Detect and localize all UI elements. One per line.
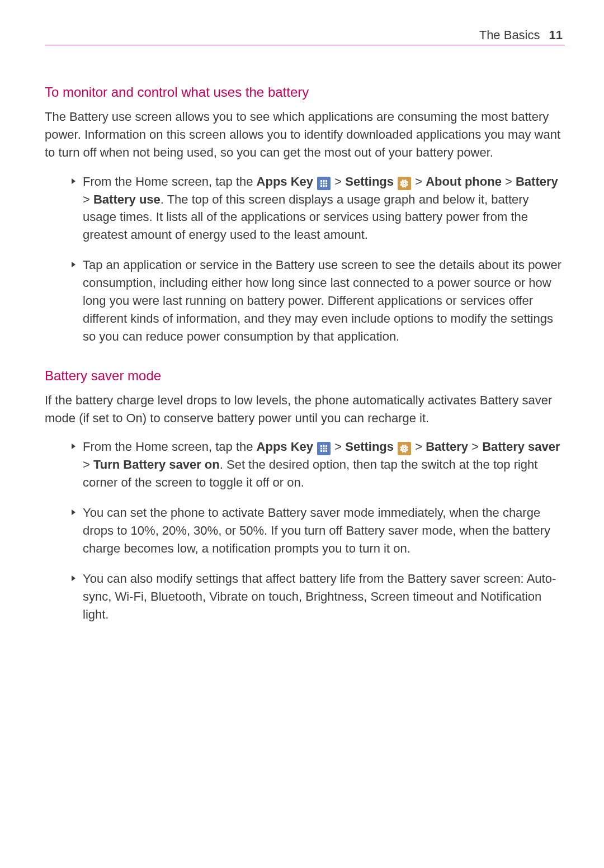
svg-rect-10 xyxy=(323,445,325,447)
svg-rect-11 xyxy=(325,445,327,447)
text-fragment: > xyxy=(468,440,482,454)
bullet-list: From the Home screen, tap the Apps Key >… xyxy=(45,438,565,623)
svg-rect-14 xyxy=(325,448,327,450)
svg-rect-7 xyxy=(323,185,325,187)
header-title: The Basics xyxy=(479,28,540,43)
svg-rect-8 xyxy=(325,185,327,187)
svg-rect-12 xyxy=(320,448,322,450)
bold-label: Settings xyxy=(345,174,397,188)
text-fragment: > xyxy=(83,192,93,206)
bold-label: Battery saver xyxy=(482,440,560,454)
svg-rect-5 xyxy=(325,182,327,184)
svg-rect-13 xyxy=(323,448,325,450)
bold-label: Apps Key xyxy=(257,174,317,188)
svg-rect-0 xyxy=(320,180,322,182)
bold-label: Settings xyxy=(345,440,397,454)
apps-key-icon xyxy=(317,177,331,190)
text-fragment: You can also modify settings that affect… xyxy=(83,572,556,621)
text-fragment: From the Home screen, tap the xyxy=(83,174,257,188)
section-heading: Battery saver mode xyxy=(45,368,565,384)
document-page: The Basics 11 To monitor and control wha… xyxy=(0,0,604,868)
bold-label: Battery xyxy=(516,174,558,188)
list-item: From the Home screen, tap the Apps Key >… xyxy=(72,173,565,244)
section-heading: To monitor and control what uses the bat… xyxy=(45,84,565,100)
bullet-list: From the Home screen, tap the Apps Key >… xyxy=(45,173,565,346)
text-fragment: > xyxy=(331,174,345,188)
text-fragment: > xyxy=(412,174,426,188)
list-item: You can set the phone to activate Batter… xyxy=(72,504,565,558)
apps-key-icon xyxy=(317,442,331,455)
svg-rect-3 xyxy=(320,182,322,184)
svg-rect-4 xyxy=(323,182,325,184)
settings-gear-icon xyxy=(398,177,411,190)
svg-rect-15 xyxy=(320,450,322,452)
header: The Basics 11 xyxy=(45,28,565,45)
bold-label: Battery xyxy=(426,440,468,454)
text-fragment: > xyxy=(502,174,516,188)
svg-rect-17 xyxy=(325,450,327,452)
bold-label: About phone xyxy=(426,174,502,188)
svg-rect-6 xyxy=(320,185,322,187)
text-fragment: > xyxy=(412,440,426,454)
text-fragment: From the Home screen, tap the xyxy=(83,440,257,454)
text-fragment: Tap an application or service in the Bat… xyxy=(83,258,561,343)
page-content: To monitor and control what uses the bat… xyxy=(45,84,565,623)
list-item: You can also modify settings that affect… xyxy=(72,570,565,624)
bold-label: Turn Battery saver on xyxy=(93,457,220,471)
text-fragment: > xyxy=(331,440,345,454)
svg-rect-1 xyxy=(323,180,325,182)
svg-rect-2 xyxy=(325,180,327,182)
svg-rect-9 xyxy=(320,445,322,447)
text-fragment: > xyxy=(83,457,93,471)
section-intro: If the battery charge level drops to low… xyxy=(45,391,565,427)
page-number: 11 xyxy=(549,28,563,43)
list-item: From the Home screen, tap the Apps Key >… xyxy=(72,438,565,492)
svg-rect-16 xyxy=(323,450,325,452)
bold-label: Apps Key xyxy=(257,440,317,454)
section-intro: The Battery use screen allows you to see… xyxy=(45,108,565,162)
text-fragment: You can set the phone to activate Batter… xyxy=(83,506,550,555)
settings-gear-icon xyxy=(398,442,411,455)
list-item: Tap an application or service in the Bat… xyxy=(72,256,565,345)
bold-label: Battery use xyxy=(93,192,161,206)
